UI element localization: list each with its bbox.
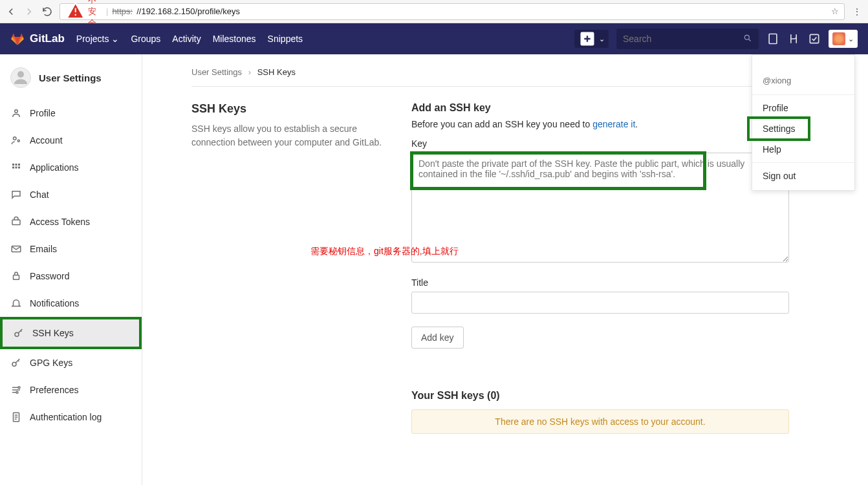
sidebar-item-label: Authentication log bbox=[30, 412, 102, 422]
profile-icon bbox=[10, 107, 22, 119]
forward-icon bbox=[23, 6, 35, 17]
chevron-down-icon: ⌄ bbox=[848, 35, 854, 43]
add-key-heading: Add an SSH key bbox=[411, 102, 789, 114]
dropdown-settings[interactable]: Settings bbox=[752, 118, 854, 139]
empty-keys-message: There are no SSH keys with access to you… bbox=[411, 409, 789, 434]
top-navbar: GitLab Projects ⌄ Groups Activity Milest… bbox=[0, 23, 868, 54]
dropdown-signout[interactable]: Sign out bbox=[752, 166, 854, 186]
svg-point-18 bbox=[12, 362, 16, 366]
svg-rect-9 bbox=[16, 164, 17, 166]
nav-projects[interactable]: Projects ⌄ bbox=[76, 34, 120, 44]
chevron-right-icon: › bbox=[248, 67, 251, 77]
gitlab-logo[interactable]: GitLab bbox=[10, 32, 65, 46]
breadcrumb-current: SSH Keys bbox=[257, 67, 296, 77]
generate-link[interactable]: generate it bbox=[592, 119, 635, 129]
annotation-note: 需要秘钥信息，git服务器的,填上就行 bbox=[310, 246, 459, 257]
prefs-icon bbox=[10, 384, 22, 396]
token-icon bbox=[10, 216, 22, 228]
bookmark-star-icon[interactable]: ☆ bbox=[831, 6, 839, 16]
sidebar-item-label: Password bbox=[30, 271, 69, 281]
chat-icon bbox=[10, 189, 22, 200]
sidebar-item-label: GPG Keys bbox=[30, 358, 72, 368]
sidebar-item-authentication-log[interactable]: Authentication log bbox=[0, 404, 142, 431]
new-dropdown[interactable]: ⌄ bbox=[574, 30, 609, 48]
svg-rect-2 bbox=[769, 34, 777, 44]
sidebar-item-account[interactable]: Account bbox=[0, 127, 142, 154]
svg-point-20 bbox=[16, 391, 18, 393]
sidebar-item-label: Preferences bbox=[30, 385, 78, 395]
sidebar-item-label: Access Tokens bbox=[30, 217, 90, 227]
chevron-down-icon: ⌄ bbox=[111, 34, 119, 44]
doc-icon bbox=[10, 411, 22, 423]
sidebar-item-label: SSH Keys bbox=[32, 328, 74, 338]
email-icon bbox=[10, 243, 22, 255]
svg-rect-16 bbox=[14, 275, 19, 280]
sidebar-item-label: Chat bbox=[30, 189, 49, 200]
sidebar-item-password[interactable]: Password bbox=[0, 263, 142, 290]
title-label: Title bbox=[411, 277, 789, 288]
browser-menu-icon[interactable]: ⋮ bbox=[851, 6, 863, 17]
breadcrumb-root[interactable]: User Settings bbox=[191, 67, 242, 77]
sidebar-header: User Settings bbox=[0, 54, 142, 100]
dropdown-profile[interactable]: Profile bbox=[752, 98, 854, 118]
key-label: Key bbox=[411, 138, 789, 149]
browser-toolbar: 不安全 | https://192.168.2.150/profile/keys… bbox=[0, 0, 868, 23]
sidebar-item-ssh-keys[interactable]: SSH Keys bbox=[0, 317, 142, 349]
svg-point-7 bbox=[17, 140, 19, 142]
page-title: SSH Keys bbox=[191, 102, 385, 116]
user-avatar-icon bbox=[10, 67, 31, 88]
title-input[interactable] bbox=[411, 292, 789, 314]
sidebar-item-chat[interactable]: Chat bbox=[0, 181, 142, 208]
nav-groups[interactable]: Groups bbox=[131, 34, 160, 44]
user-menu-button[interactable]: ⌄ bbox=[829, 30, 858, 48]
sidebar-item-label: Profile bbox=[30, 108, 56, 118]
nav-milestones[interactable]: Milestones bbox=[213, 34, 256, 44]
sidebar-item-profile[interactable]: Profile bbox=[0, 100, 142, 127]
account-icon bbox=[10, 135, 22, 146]
issues-icon[interactable] bbox=[766, 32, 779, 45]
back-icon[interactable] bbox=[5, 6, 17, 17]
svg-rect-12 bbox=[16, 167, 17, 169]
sidebar-item-preferences[interactable]: Preferences bbox=[0, 376, 142, 404]
sidebar-item-label: Notifications bbox=[30, 298, 79, 308]
search-box[interactable] bbox=[616, 28, 759, 49]
svg-point-19 bbox=[18, 387, 20, 389]
add-key-button[interactable]: Add key bbox=[411, 327, 464, 349]
address-bar[interactable]: 不安全 | https://192.168.2.150/profile/keys… bbox=[60, 3, 845, 20]
key-icon bbox=[13, 327, 25, 339]
bell-icon bbox=[10, 297, 22, 309]
sidebar-item-applications[interactable]: Applications bbox=[0, 154, 142, 181]
your-keys-heading: Your SSH keys (0) bbox=[411, 390, 789, 402]
search-input[interactable] bbox=[623, 34, 743, 44]
user-dropdown: liang @xiong Profile Settings Help Sign … bbox=[752, 54, 855, 191]
svg-rect-14 bbox=[12, 220, 20, 225]
svg-point-6 bbox=[14, 137, 17, 140]
main-content: User Settings › SSH Keys SSH Keys SSH ke… bbox=[142, 54, 815, 485]
breadcrumb: User Settings › SSH Keys bbox=[191, 67, 789, 87]
svg-point-1 bbox=[744, 35, 749, 39]
svg-rect-8 bbox=[12, 164, 14, 166]
svg-rect-10 bbox=[18, 164, 20, 166]
merge-requests-icon[interactable] bbox=[787, 32, 800, 45]
search-icon bbox=[743, 34, 752, 45]
key-icon bbox=[10, 357, 22, 369]
key-textarea[interactable] bbox=[411, 153, 789, 263]
sidebar-item-gpg-keys[interactable]: GPG Keys bbox=[0, 349, 142, 376]
svg-point-4 bbox=[17, 71, 24, 78]
sidebar-item-access-tokens[interactable]: Access Tokens bbox=[0, 208, 142, 235]
nav-activity[interactable]: Activity bbox=[172, 34, 201, 44]
sidebar-item-label: Account bbox=[30, 135, 63, 146]
reload-icon[interactable] bbox=[41, 6, 53, 17]
svg-rect-3 bbox=[810, 34, 818, 43]
nav-snippets[interactable]: Snippets bbox=[268, 34, 303, 44]
page-description: SSH keys allow you to establish a secure… bbox=[191, 122, 385, 149]
svg-point-5 bbox=[15, 110, 18, 113]
chevron-down-icon: ⌄ bbox=[599, 35, 605, 43]
todos-icon[interactable] bbox=[808, 32, 821, 45]
lock-icon bbox=[10, 270, 22, 282]
dropdown-help[interactable]: Help bbox=[752, 139, 854, 160]
sidebar-item-emails[interactable]: Emails bbox=[0, 235, 142, 263]
avatar bbox=[832, 32, 845, 45]
sidebar-item-notifications[interactable]: Notifications bbox=[0, 290, 142, 317]
svg-rect-11 bbox=[12, 167, 14, 169]
